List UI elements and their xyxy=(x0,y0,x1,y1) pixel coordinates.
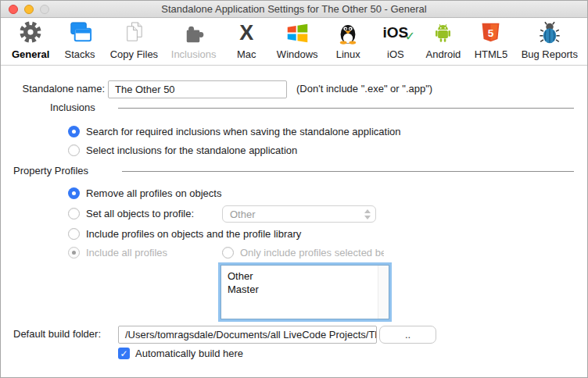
radio-set-all-objects-to-profile[interactable]: Set all objects to profile: xyxy=(68,207,194,219)
standalone-name-label: Standalone name: xyxy=(1,80,105,98)
auto-build-label: Automatically build here xyxy=(135,348,243,359)
standalone-name-note: (Don't include ".exe" or ".app") xyxy=(296,80,432,98)
inclusions-section-divider xyxy=(118,108,574,109)
profiles-section-title: Property Profiles xyxy=(13,162,88,180)
radio-off-icon xyxy=(68,228,80,240)
mac-x-icon: X xyxy=(229,19,264,47)
radio-only-include-selected-disabled: Only include profiles selected be xyxy=(222,246,384,259)
radio-off-icon xyxy=(68,144,80,156)
toolbar-item-linux[interactable]: Linux xyxy=(331,19,365,60)
toolbar-item-android[interactable]: Android xyxy=(426,19,461,60)
bug-icon xyxy=(532,19,567,47)
checkbox-checked-icon[interactable]: ✓ xyxy=(118,348,130,359)
minimize-button[interactable] xyxy=(24,5,34,14)
build-folder-path: /Users/tomragsdale/Documents/all LiveCod… xyxy=(125,329,377,341)
auto-build-row[interactable]: ✓ Automatically build here xyxy=(118,348,243,359)
radio-on-icon xyxy=(68,126,80,137)
toolbar-label: Android xyxy=(426,48,461,60)
standalone-settings-window: Standalone Application Settings for The … xyxy=(0,0,588,378)
toolbar-label: Bug Reports xyxy=(522,48,578,60)
radio-include-all-profiles-disabled: Include all profiles xyxy=(68,246,167,259)
close-button[interactable] xyxy=(9,5,18,14)
toolbar-item-windows[interactable]: Windows xyxy=(277,19,318,60)
profiles-section-divider xyxy=(122,171,574,172)
toolbar-label: Copy Files xyxy=(110,48,158,60)
title-bar: Standalone Application Settings for The … xyxy=(1,1,587,18)
radio-label: Set all objects to profile: xyxy=(86,208,194,219)
copy-files-icon xyxy=(117,19,151,47)
toolbar-item-mac[interactable]: X Mac xyxy=(229,19,264,60)
inclusions-section-title: Inclusions xyxy=(50,99,95,116)
radio-label: Include profiles on objects and the prof… xyxy=(86,228,301,240)
radio-search-required-inclusions[interactable]: Search for required inclusions when savi… xyxy=(68,125,401,137)
listbox-scrollbar-track xyxy=(378,266,389,319)
standalone-name-value: The Other 50 xyxy=(115,84,175,95)
toolbar-item-html5[interactable]: 5 HTML5 xyxy=(474,19,508,60)
ios-check-icon: iOS✓ xyxy=(378,19,413,47)
puzzle-icon xyxy=(177,19,211,47)
linux-tux-icon xyxy=(331,19,365,47)
list-item[interactable]: Master xyxy=(221,283,389,296)
profile-dropdown: Other xyxy=(222,205,376,223)
profile-listbox[interactable]: Other Master xyxy=(220,265,389,319)
radio-on-icon xyxy=(68,187,80,199)
toolbar-label: Windows xyxy=(277,48,318,60)
browse-folder-button[interactable]: .. xyxy=(379,326,436,344)
radio-disabled-on-icon xyxy=(68,247,80,259)
radio-off-icon xyxy=(68,208,80,219)
window-title: Standalone Application Settings for The … xyxy=(161,3,426,15)
radio-include-profiles-library[interactable]: Include profiles on objects and the prof… xyxy=(68,227,301,240)
toolbar-label: Mac xyxy=(237,48,256,60)
settings-toolbar: General Stacks Copy Files xyxy=(1,18,587,66)
zoom-button-disabled xyxy=(40,5,49,14)
toolbar-label: Stacks xyxy=(65,48,95,60)
toolbar-label: Inclusions xyxy=(171,48,217,60)
radio-disabled-off-icon xyxy=(222,247,234,259)
toolbar-item-bug-reports[interactable]: Bug Reports xyxy=(522,19,578,60)
radio-label: Search for required inclusions when savi… xyxy=(86,126,401,137)
windows-logo-icon xyxy=(280,19,314,47)
standalone-name-input[interactable]: The Other 50 xyxy=(108,80,287,98)
toolbar-label: Linux xyxy=(336,48,360,60)
android-robot-icon xyxy=(426,19,461,47)
toolbar-label: iOS xyxy=(387,48,404,60)
radio-remove-all-profiles[interactable]: Remove all profiles on objects xyxy=(68,187,221,199)
radio-select-inclusions[interactable]: Select inclusions for the standalone app… xyxy=(68,144,297,156)
radio-label: Select inclusions for the standalone app… xyxy=(86,144,297,156)
html5-shield-icon: 5 xyxy=(474,19,508,47)
toolbar-item-ios[interactable]: iOS✓ iOS xyxy=(378,19,413,60)
radio-label: Remove all profiles on objects xyxy=(86,187,221,199)
toolbar-item-general[interactable]: General xyxy=(12,19,49,60)
profile-dropdown-value: Other xyxy=(230,209,256,220)
list-item[interactable]: Other xyxy=(221,269,389,283)
toolbar-item-inclusions: Inclusions xyxy=(171,19,217,60)
traffic-lights xyxy=(9,5,49,14)
toolbar-item-stacks[interactable]: Stacks xyxy=(63,19,97,60)
toolbar-label: HTML5 xyxy=(475,48,508,60)
toolbar-item-copy-files[interactable]: Copy Files xyxy=(110,19,158,60)
toolbar-label: General xyxy=(12,48,49,60)
radio-label: Only include profiles selected be xyxy=(240,247,384,259)
gear-icon xyxy=(13,19,48,47)
svg-text:5: 5 xyxy=(488,27,494,38)
stacks-icon xyxy=(63,19,97,47)
build-folder-label: Default build folder: xyxy=(13,326,101,343)
build-folder-input[interactable]: /Users/tomragsdale/Documents/all LiveCod… xyxy=(118,326,377,344)
radio-label: Include all profiles xyxy=(86,247,167,259)
stepper-arrows-icon xyxy=(364,209,371,219)
